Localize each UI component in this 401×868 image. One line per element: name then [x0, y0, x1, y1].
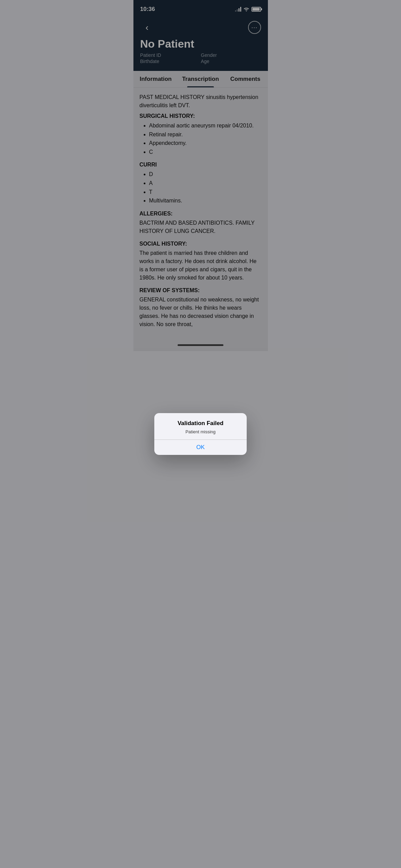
- modal-overlay: Validation Failed Patient missing OK: [133, 0, 268, 351]
